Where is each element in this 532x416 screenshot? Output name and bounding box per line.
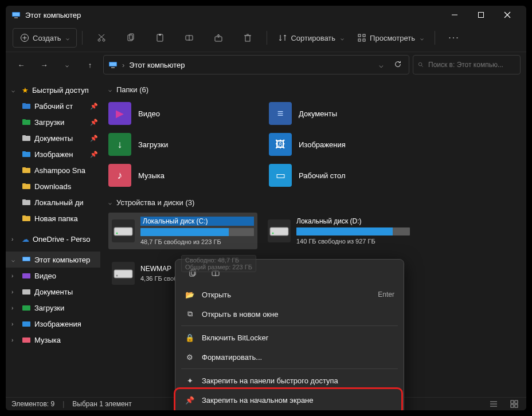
more-button[interactable]: ··· [440, 29, 468, 47]
drive-item[interactable]: Локальный диск (D:) 140 ГБ свободно из 9… [264, 213, 413, 249]
svg-rect-36 [22, 119, 26, 121]
folder-item[interactable]: ≡Документы [269, 100, 418, 127]
sidebar-item[interactable]: Ashampoo Sna [6, 162, 100, 178]
view-tiles-button[interactable] [508, 399, 521, 409]
search-box[interactable] [413, 55, 521, 74]
window-title: Этот компьютер [25, 11, 441, 19]
folder-icon [22, 166, 31, 175]
cut-button[interactable] [88, 29, 115, 47]
close-button[interactable] [494, 6, 521, 24]
maximize-button[interactable] [468, 6, 494, 24]
svg-rect-4 [479, 13, 484, 18]
folder-label: Музыка [138, 171, 165, 180]
ctx-rename-button[interactable] [205, 264, 226, 282]
back-button[interactable]: ← [11, 55, 31, 74]
rename-button[interactable] [175, 29, 203, 47]
minimize-button[interactable] [441, 6, 468, 24]
pin-icon: 📌 [90, 135, 98, 142]
folder-item[interactable]: ▭Рабочий стол [269, 162, 418, 189]
folder-item[interactable]: ▶Видео [108, 100, 257, 127]
view-button[interactable]: Просмотреть ⌵ [351, 29, 429, 47]
address-bar[interactable]: › Этот компьютер ⌵ [103, 55, 409, 74]
sidebar-onedrive[interactable]: › ☁ OneDrive - Perso [6, 231, 100, 247]
sort-button[interactable]: Сортировать ⌵ [272, 29, 350, 47]
svg-rect-74 [511, 405, 514, 407]
sidebar-item[interactable]: Downloads [6, 178, 100, 194]
ctx-label: Форматировать... [202, 353, 394, 362]
folder-item[interactable]: ♪Музыка [108, 162, 257, 189]
sidebar-item[interactable]: Новая папка [6, 210, 100, 226]
forward-button[interactable]: → [34, 55, 54, 74]
chevron-down-icon[interactable]: ⌵ [379, 61, 384, 69]
ctx-item-pins[interactable]: 📌Закрепить на начальном экране [178, 390, 401, 410]
sidebar-item[interactable]: Рабочий ст📌 [6, 98, 100, 114]
chevron-right-icon: › [11, 337, 18, 343]
svg-line-12 [99, 34, 104, 39]
ctx-item-lock[interactable]: 🔒Включить BitLocker [178, 328, 401, 347]
svg-point-11 [103, 39, 105, 41]
ctx-item-format[interactable]: ⚙Форматировать... [178, 347, 401, 367]
sidebar-item[interactable]: Локальный ди [6, 194, 100, 210]
search-icon [418, 61, 424, 69]
ctx-label: Включить BitLocker [202, 333, 394, 342]
svg-rect-73 [515, 401, 518, 403]
copy-button[interactable] [117, 29, 144, 47]
sidebar-item[interactable]: ›Музыка [6, 332, 100, 348]
ctx-shortcut: Enter [378, 291, 394, 299]
cloud-icon: ☁ [22, 235, 29, 244]
sidebar-item[interactable]: Изображен📌 [6, 146, 100, 162]
folder-icon [22, 303, 31, 312]
ctx-copy-button[interactable] [182, 264, 203, 282]
refresh-button[interactable] [394, 60, 402, 70]
folder-icon: ≡ [269, 102, 292, 125]
folder-item[interactable]: 🖼Изображения [269, 131, 418, 158]
drive-name: Локальный диск (C:) [140, 217, 254, 226]
pin-icon: 📌 [90, 103, 98, 110]
sidebar-item[interactable]: ›Документы [6, 284, 100, 300]
section-drives[interactable]: ⌵ Устройства и диски (3) [108, 198, 518, 207]
ctx-label: Закрепить на панели быстрого доступа [202, 376, 394, 385]
recent-button[interactable]: ⌵ [57, 55, 77, 74]
search-input[interactable] [427, 60, 515, 69]
pin-icon: 📌 [90, 151, 98, 158]
ctx-separator [181, 368, 398, 369]
sidebar-this-pc[interactable]: ⌵ Этот компьютер [6, 252, 100, 268]
separator [267, 31, 267, 45]
create-button[interactable]: Создать ⌵ [13, 28, 77, 48]
section-folders[interactable]: ⌵ Папки (6) [108, 85, 518, 94]
svg-rect-40 [22, 151, 26, 153]
ctx-item-newwin[interactable]: ⧉Открыть в новом окне [178, 304, 401, 324]
drive-icon [268, 219, 291, 242]
paste-button[interactable] [146, 29, 174, 47]
sidebar-item[interactable]: ›Изображения [6, 316, 100, 332]
drive-free: 48,7 ГБ свободно из 223 ГБ [140, 238, 254, 245]
delete-button[interactable] [234, 29, 261, 47]
chevron-down-icon: ⌵ [11, 257, 18, 263]
svg-rect-54 [22, 321, 30, 327]
chevron-right-icon: › [11, 305, 18, 311]
sidebar-item[interactable]: ›Видео [6, 268, 100, 284]
folder-icon [22, 319, 31, 328]
view-details-button[interactable] [487, 399, 500, 409]
breadcrumb-root[interactable]: Этот компьютер [129, 61, 185, 69]
sidebar-quick-access[interactable]: ⌵ ★ Быстрый доступ [6, 82, 100, 98]
sidebar-item[interactable]: Загрузки📌 [6, 114, 100, 130]
sidebar-item-label: Локальный ди [34, 198, 98, 207]
svg-rect-27 [363, 39, 365, 41]
sidebar-item-label: Загрузки [34, 304, 98, 312]
share-button[interactable] [205, 29, 232, 47]
svg-rect-59 [270, 227, 288, 236]
chevron-down-icon: ⌵ [108, 87, 112, 93]
sidebar-item-label: Изображен [34, 150, 87, 159]
sidebar-item-label: Документы [34, 288, 98, 296]
sidebar-item[interactable]: ›Загрузки [6, 300, 100, 316]
up-button[interactable]: ↑ [80, 55, 100, 74]
ctx-item-pinq[interactable]: ✦Закрепить на панели быстрого доступа [178, 371, 401, 390]
svg-rect-17 [159, 34, 161, 36]
drive-item[interactable]: Локальный диск (C:) 48,7 ГБ свободно из … [108, 213, 257, 249]
sidebar-item[interactable]: Документы📌 [6, 130, 100, 146]
folder-item[interactable]: ↓Загрузки [108, 131, 257, 158]
folder-label: Видео [138, 109, 160, 118]
sidebar-item-label: Документы [34, 134, 87, 143]
ctx-item-open[interactable]: 📂ОткрытьEnter [178, 285, 401, 304]
